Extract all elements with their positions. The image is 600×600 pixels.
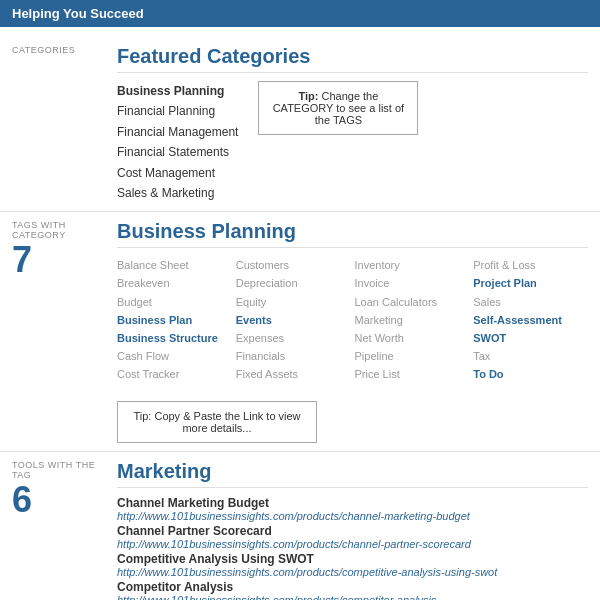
tool-link[interactable]: http://www.101businessinsights.com/produ…: [117, 594, 588, 600]
list-item: Channel Marketing Budgethttp://www.101bu…: [117, 496, 588, 522]
main-content: CATEGORIES Featured Categories Business …: [0, 27, 600, 600]
tag-item: Budget: [117, 293, 232, 311]
tags-label-col: TAGS WITH CATEGORY 7: [12, 220, 117, 278]
list-item: Competitive Analysis Using SWOThttp://ww…: [117, 552, 588, 578]
tag-item: Self-Assessment: [473, 311, 588, 329]
tags-tip-box: Tip: Copy & Paste the Link to view more …: [117, 401, 317, 443]
tags-column-0: Balance SheetBreakevenBudgetBusiness Pla…: [117, 256, 232, 383]
tag-item: Project Plan: [473, 274, 588, 292]
category-tip-prefix: Tip:: [298, 90, 318, 102]
tools-section-title: Marketing: [117, 460, 588, 488]
tags-header-row: Business Planning Balance SheetBreakeven…: [117, 220, 588, 383]
tool-name: Competitive Analysis Using SWOT: [117, 552, 588, 566]
tags-section-title: Business Planning: [117, 220, 588, 248]
tags-inner: Business Planning Balance SheetBreakeven…: [117, 220, 588, 383]
tag-item: Financials: [236, 347, 351, 365]
tag-item: Business Structure: [117, 329, 232, 347]
tags-content: Business Planning Balance SheetBreakeven…: [117, 220, 588, 443]
tool-name: Channel Marketing Budget: [117, 496, 588, 510]
tag-item: SWOT: [473, 329, 588, 347]
tags-grid: Balance SheetBreakevenBudgetBusiness Pla…: [117, 256, 588, 383]
tools-label-col: TOOLS WITH THE TAG 6: [12, 460, 117, 518]
tags-tip-prefix: Tip:: [133, 410, 151, 422]
tags-column-3: Profit & LossProject PlanSalesSelf-Asses…: [473, 256, 588, 383]
tag-item: Invoice: [355, 274, 470, 292]
tag-item: Depreciation: [236, 274, 351, 292]
tag-item: Events: [236, 311, 351, 329]
tag-item: Cost Tracker: [117, 365, 232, 383]
tools-number: 6: [12, 482, 117, 518]
tool-link[interactable]: http://www.101businessinsights.com/produ…: [117, 566, 588, 578]
category-tip-text: Change the CATEGORY to see a list of the…: [273, 90, 404, 126]
tools-label: TOOLS WITH THE TAG: [12, 460, 117, 480]
list-item: Channel Partner Scorecardhttp://www.101b…: [117, 524, 588, 550]
tag-item: Loan Calculators: [355, 293, 470, 311]
categories-label-col: CATEGORIES: [12, 45, 117, 57]
tag-item: Breakeven: [117, 274, 232, 292]
featured-categories-content: Featured Categories Business PlanningFin…: [117, 45, 588, 203]
tools-section: TOOLS WITH THE TAG 6 Marketing Channel M…: [0, 452, 600, 600]
tags-column-2: InventoryInvoiceLoan CalculatorsMarketin…: [355, 256, 470, 383]
tag-item: Profit & Loss: [473, 256, 588, 274]
tag-item: Price List: [355, 365, 470, 383]
category-tip-box: Tip: Change the CATEGORY to see a list o…: [258, 81, 418, 135]
tag-item: Fixed Assets: [236, 365, 351, 383]
category-and-tip-container: Business PlanningFinancial PlanningFinan…: [117, 81, 588, 203]
tag-item: Cash Flow: [117, 347, 232, 365]
app-title: Helping You Succeed: [12, 6, 144, 21]
list-item: Competitor Analysishttp://www.101busines…: [117, 580, 588, 600]
tag-item: Customers: [236, 256, 351, 274]
tag-item: Expenses: [236, 329, 351, 347]
app-header: Helping You Succeed: [0, 0, 600, 27]
tags-tip-text: Copy & Paste the Link to view more detai…: [151, 410, 300, 434]
categories-label: CATEGORIES: [12, 45, 117, 55]
tags-column-1: CustomersDepreciationEquityEventsExpense…: [236, 256, 351, 383]
tag-item: Equity: [236, 293, 351, 311]
tag-item: Tax: [473, 347, 588, 365]
tags-number: 7: [12, 242, 117, 278]
tool-name: Channel Partner Scorecard: [117, 524, 588, 538]
tag-item: Marketing: [355, 311, 470, 329]
tag-item: To Do: [473, 365, 588, 383]
featured-categories-section: CATEGORIES Featured Categories Business …: [0, 37, 600, 212]
tag-item: Business Plan: [117, 311, 232, 329]
featured-categories-title: Featured Categories: [117, 45, 588, 73]
tool-link[interactable]: http://www.101businessinsights.com/produ…: [117, 538, 588, 550]
tag-item: Balance Sheet: [117, 256, 232, 274]
category-list: Business PlanningFinancial PlanningFinan…: [117, 81, 238, 203]
tools-content: Marketing Channel Marketing Budgethttp:/…: [117, 460, 588, 600]
tags-label: TAGS WITH CATEGORY: [12, 220, 117, 240]
tag-item: Sales: [473, 293, 588, 311]
tag-item: Inventory: [355, 256, 470, 274]
tag-item: Net Worth: [355, 329, 470, 347]
tags-section: TAGS WITH CATEGORY 7 Business Planning B…: [0, 212, 600, 452]
tool-name: Competitor Analysis: [117, 580, 588, 594]
tag-item: Pipeline: [355, 347, 470, 365]
tool-link[interactable]: http://www.101businessinsights.com/produ…: [117, 510, 588, 522]
tools-list: Channel Marketing Budgethttp://www.101bu…: [117, 496, 588, 600]
